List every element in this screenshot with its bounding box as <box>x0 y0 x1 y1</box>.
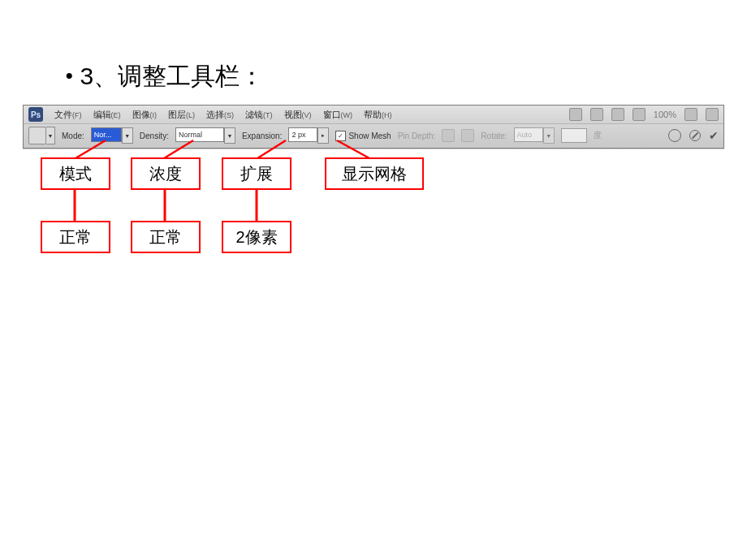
chevron-down-icon: ▼ <box>224 127 235 144</box>
pin-up-icon <box>442 129 455 142</box>
chevron-down-icon: ▼ <box>543 127 555 144</box>
pin-depth-label: Pin Depth: <box>398 131 436 140</box>
annotation-mode: 模式 <box>41 157 110 190</box>
annotation-mode-value: 正常 <box>41 221 110 253</box>
heading-text: 3、调整工具栏： <box>80 62 265 89</box>
menu-edit-label: 编辑 <box>93 110 111 119</box>
menu-layer-acc: (L) <box>186 111 195 119</box>
menu-bar: Ps 文件(F) 编辑(E) 图像(I) 图层(L) 选择(S) 滤镜(T) 视… <box>24 106 723 124</box>
rotate-unit: 度 <box>594 130 602 141</box>
chevron-down-icon: ▼ <box>122 127 133 144</box>
rotate-degrees-field <box>561 128 587 143</box>
menu-filter[interactable]: 滤镜(T) <box>245 109 273 121</box>
expansion-value: 2 px <box>288 127 317 142</box>
chevron-down-icon: ▼ <box>46 127 55 144</box>
chevron-right-icon: ▸ <box>317 127 329 144</box>
density-label: Density: <box>140 131 169 140</box>
menu-file[interactable]: 文件(F) <box>54 109 82 121</box>
slide: •3、调整工具栏： Ps 文件(F) 编辑(E) 图像(I) 图层(L) 选择(… <box>0 0 747 560</box>
menu-help[interactable]: 帮助(H) <box>364 109 392 121</box>
mode-label: Mode: <box>62 131 84 140</box>
rotate-dropdown: Auto ▼ <box>514 127 555 144</box>
menu-view-label: 视图 <box>284 110 302 119</box>
menu-view-acc: (V) <box>302 111 312 119</box>
menu-layer[interactable]: 图层(L) <box>168 109 195 121</box>
annotation-expansion: 扩展 <box>222 157 291 190</box>
menu-window[interactable]: 窗口(W) <box>323 109 353 121</box>
rotate-value: Auto <box>514 127 543 142</box>
bullet: • <box>65 62 74 89</box>
menu-layer-label: 图层 <box>168 110 186 119</box>
annotation-density: 浓度 <box>131 157 201 190</box>
menu-window-label: 窗口 <box>323 110 341 119</box>
screen-mode-icon[interactable] <box>633 108 646 121</box>
menu-filter-label: 滤镜 <box>245 110 263 119</box>
menu-edit[interactable]: 编辑(E) <box>93 109 121 121</box>
arrange-icon[interactable] <box>611 108 624 121</box>
checkbox-icon: ✓ <box>335 131 346 141</box>
menu-right-cluster: 100% <box>569 108 719 121</box>
menu-image-acc: (I) <box>150 111 158 119</box>
menu-image[interactable]: 图像(I) <box>132 109 158 121</box>
mode-value: Nor... <box>91 127 122 142</box>
expansion-label: Expansion: <box>242 131 282 140</box>
pin-tool-icon <box>28 127 46 144</box>
menu-select-label: 选择 <box>206 110 224 119</box>
menu-edit-acc: (E) <box>111 111 121 119</box>
ps-logo-icon: Ps <box>28 107 43 122</box>
show-mesh-checkbox[interactable]: ✓ Show Mesh <box>335 131 391 141</box>
rotate-label: Rotate: <box>481 131 507 140</box>
menu-file-acc: (F) <box>72 111 82 119</box>
density-value: Normal <box>175 127 224 142</box>
grid-icon[interactable] <box>706 108 719 121</box>
commit-cluster: ✔ <box>668 129 719 142</box>
menu-view[interactable]: 视图(V) <box>284 109 312 121</box>
menu-help-acc: (H) <box>382 111 392 119</box>
menu-select-acc: (S) <box>224 111 234 119</box>
reset-icon[interactable] <box>668 129 681 142</box>
annotation-density-value: 正常 <box>131 221 201 253</box>
pin-down-icon <box>461 129 474 142</box>
menu-window-acc: (W) <box>341 111 353 119</box>
slide-heading: •3、调整工具栏： <box>65 60 264 93</box>
tool-preset-button[interactable]: ▼ <box>28 127 55 144</box>
cancel-icon[interactable] <box>689 130 701 141</box>
hand-icon[interactable] <box>684 108 697 121</box>
launcher-icon[interactable] <box>569 108 582 121</box>
menu-select[interactable]: 选择(S) <box>206 109 234 121</box>
expansion-input[interactable]: 2 px ▸ <box>288 127 329 144</box>
menu-file-label: 文件 <box>54 110 72 119</box>
annotation-showmesh: 显示网格 <box>325 157 424 190</box>
menu-filter-acc: (T) <box>263 111 273 119</box>
zoom-value: 100% <box>654 110 676 119</box>
options-bar: ▼ Mode: Nor... ▼ Density: Normal ▼ Expan… <box>24 124 723 147</box>
photoshop-toolbar: Ps 文件(F) 编辑(E) 图像(I) 图层(L) 选择(S) 滤镜(T) 视… <box>23 105 724 149</box>
menu-image-label: 图像 <box>132 110 150 119</box>
annotation-expansion-value: 2像素 <box>222 221 291 253</box>
menu-help-label: 帮助 <box>364 110 382 119</box>
density-dropdown[interactable]: Normal ▼ <box>175 127 235 144</box>
mode-dropdown[interactable]: Nor... ▼ <box>91 127 133 144</box>
show-mesh-label: Show Mesh <box>348 131 391 140</box>
commit-icon[interactable]: ✔ <box>709 129 719 142</box>
bridge-icon[interactable] <box>590 108 603 121</box>
